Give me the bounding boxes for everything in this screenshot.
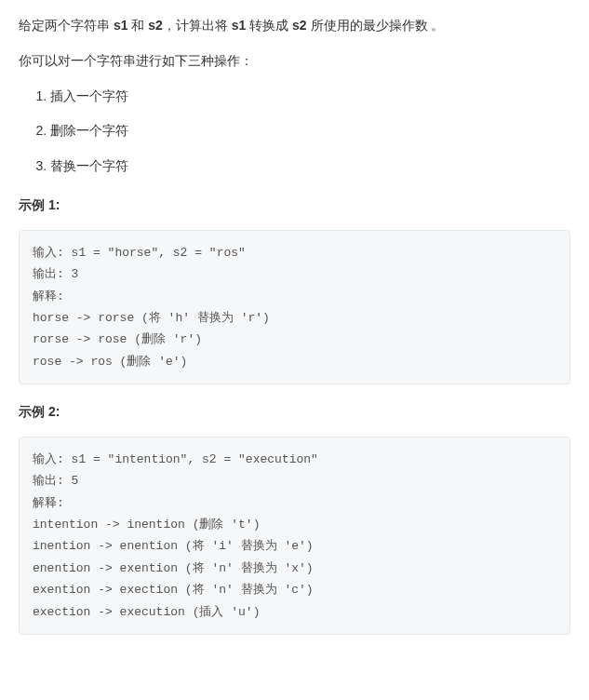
example-2-heading: 示例 2: [19, 401, 570, 424]
list-item: 替换一个字符 [50, 155, 570, 178]
operation-list: 插入一个字符 删除一个字符 替换一个字符 [19, 86, 570, 178]
problem-statement-line2: 你可以对一个字符串进行如下三种操作： [19, 50, 570, 73]
list-item: 插入一个字符 [50, 86, 570, 108]
var-s1-repeat: s1 [232, 18, 247, 33]
text-segment: 所使用的最少操作数 。 [307, 18, 445, 33]
list-item: 删除一个字符 [50, 120, 570, 142]
text-segment: 给定两个字符串 [19, 18, 114, 33]
text-segment: ，计算出将 [163, 18, 232, 33]
text-segment: 和 [127, 18, 148, 33]
var-s2-repeat: s2 [292, 18, 307, 33]
text-segment: 转换成 [246, 18, 292, 33]
problem-statement-line1: 给定两个字符串 s1 和 s2，计算出将 s1 转换成 s2 所使用的最少操作数… [19, 15, 570, 37]
example-1-code: 输入: s1 = "horse", s2 = "ros" 输出: 3 解释: h… [19, 230, 570, 384]
var-s1: s1 [114, 18, 128, 33]
example-2-code: 输入: s1 = "intention", s2 = "execution" 输… [19, 437, 570, 635]
example-1-heading: 示例 1: [19, 195, 570, 217]
var-s2: s2 [148, 18, 163, 33]
